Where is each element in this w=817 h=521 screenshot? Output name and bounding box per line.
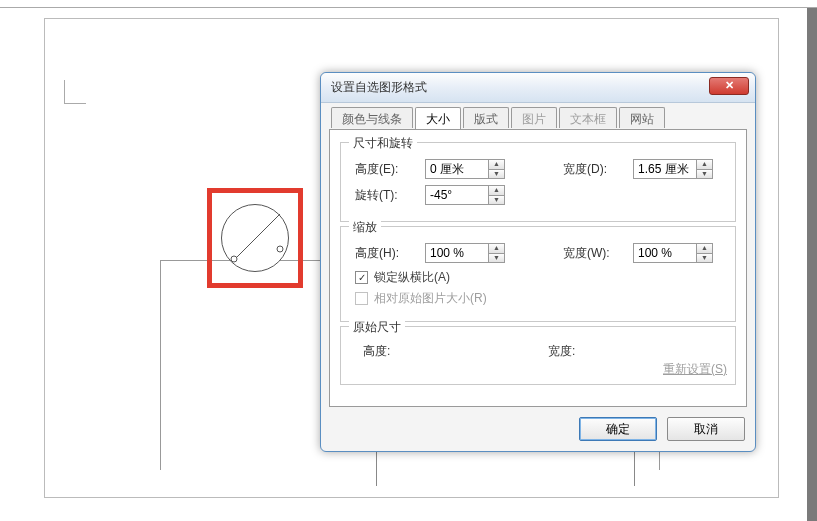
top-rule — [0, 0, 817, 8]
height-spinner[interactable]: ▲▼ — [425, 159, 505, 179]
spin-down-icon[interactable]: ▼ — [488, 170, 504, 179]
height-label: 高度(E): — [355, 161, 425, 178]
spin-down-icon[interactable]: ▼ — [696, 254, 712, 263]
height-input[interactable] — [426, 160, 488, 178]
group-size-rotate: 尺寸和旋转 高度(E): ▲▼ 宽度(D): ▲▼ 旋转(T): — [340, 142, 736, 222]
original-width-label: 宽度: — [540, 343, 725, 360]
cancel-button[interactable]: 取消 — [667, 417, 745, 441]
drawing-line — [376, 450, 377, 486]
scale-width-input[interactable] — [634, 244, 696, 262]
close-button[interactable]: ✕ — [709, 77, 749, 95]
tab-layout[interactable]: 版式 — [463, 107, 509, 128]
format-autoshape-dialog: 设置自选图形格式 ✕ 颜色与线条 大小 版式 图片 文本框 网站 尺寸和旋转 高… — [320, 72, 756, 452]
scale-width-label: 宽度(W): — [563, 245, 633, 262]
ok-button[interactable]: 确定 — [579, 417, 657, 441]
group-legend: 原始尺寸 — [349, 319, 405, 336]
tab-web[interactable]: 网站 — [619, 107, 665, 128]
width-spinner[interactable]: ▲▼ — [633, 159, 713, 179]
dialog-body: 颜色与线条 大小 版式 图片 文本框 网站 尺寸和旋转 高度(E): ▲▼ 宽度… — [329, 107, 747, 443]
group-scale: 缩放 高度(H): ▲▼ 宽度(W): ▲▼ ✓ 锁定纵 — [340, 226, 736, 322]
checkbox-icon: ✓ — [355, 271, 368, 284]
spin-down-icon[interactable]: ▼ — [696, 170, 712, 179]
drawing-line — [634, 450, 635, 486]
relative-checkbox: 相对原始图片大小(R) — [355, 290, 725, 307]
rotate-label: 旋转(T): — [355, 187, 425, 204]
dialog-buttons: 确定 取消 — [579, 417, 745, 441]
tab-colors-lines[interactable]: 颜色与线条 — [331, 107, 413, 128]
scrollbar-region — [807, 0, 817, 521]
tab-size[interactable]: 大小 — [415, 107, 461, 129]
spin-up-icon[interactable]: ▲ — [488, 244, 504, 254]
tab-strip: 颜色与线条 大小 版式 图片 文本框 网站 — [329, 107, 747, 131]
reset-button: 重新设置(S) — [663, 361, 727, 378]
page-corner-mark — [64, 80, 86, 104]
scale-height-label: 高度(H): — [355, 245, 425, 262]
highlight-box — [207, 188, 303, 288]
original-height-label: 高度: — [355, 343, 540, 360]
spin-down-icon[interactable]: ▼ — [488, 196, 504, 205]
tab-textbox: 文本框 — [559, 107, 617, 128]
tab-picture: 图片 — [511, 107, 557, 128]
spin-up-icon[interactable]: ▲ — [696, 244, 712, 254]
rotate-input[interactable] — [426, 186, 488, 204]
scale-height-spinner[interactable]: ▲▼ — [425, 243, 505, 263]
dialog-titlebar[interactable]: 设置自选图形格式 ✕ — [321, 73, 755, 103]
spin-down-icon[interactable]: ▼ — [488, 254, 504, 263]
width-input[interactable] — [634, 160, 696, 178]
lock-ratio-label: 锁定纵横比(A) — [374, 269, 450, 286]
scale-height-input[interactable] — [426, 244, 488, 262]
group-legend: 尺寸和旋转 — [349, 135, 417, 152]
rotate-spinner[interactable]: ▲▼ — [425, 185, 505, 205]
scale-width-spinner[interactable]: ▲▼ — [633, 243, 713, 263]
lock-ratio-checkbox[interactable]: ✓ 锁定纵横比(A) — [355, 269, 725, 286]
group-legend: 缩放 — [349, 219, 381, 236]
spin-up-icon[interactable]: ▲ — [488, 160, 504, 170]
checkbox-icon — [355, 292, 368, 305]
tab-panel-size: 尺寸和旋转 高度(E): ▲▼ 宽度(D): ▲▼ 旋转(T): — [329, 129, 747, 407]
spin-up-icon[interactable]: ▲ — [488, 186, 504, 196]
spin-up-icon[interactable]: ▲ — [696, 160, 712, 170]
close-icon: ✕ — [725, 79, 734, 91]
group-original: 原始尺寸 高度: 宽度: 重新设置(S) — [340, 326, 736, 385]
width-label: 宽度(D): — [563, 161, 633, 178]
dialog-title: 设置自选图形格式 — [331, 79, 427, 96]
relative-label: 相对原始图片大小(R) — [374, 290, 487, 307]
